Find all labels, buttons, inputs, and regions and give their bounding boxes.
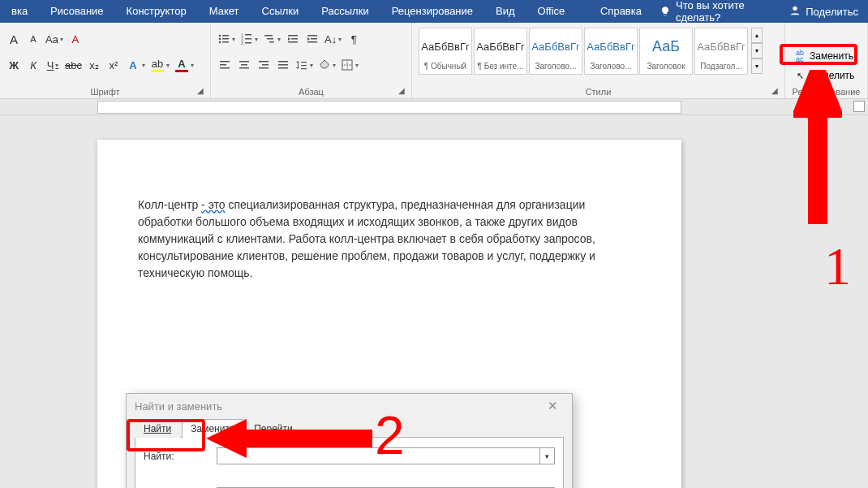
styles-group-label: Стили (412, 87, 784, 97)
ruler-toggle[interactable] (853, 101, 865, 112)
tell-me-box[interactable]: Что вы хотите сделать? (653, 0, 779, 24)
dialog-tabs: Найти Заменить Перейти (127, 418, 572, 437)
styles-scroll-up[interactable]: ▴ (751, 28, 763, 43)
font-size-shrink[interactable]: A (24, 30, 42, 48)
highlight-button[interactable]: ab (148, 56, 171, 74)
font-color-button[interactable]: A (173, 56, 196, 74)
svg-rect-4 (222, 38, 229, 40)
document-text[interactable]: Колл-центр - это специализированная стру… (97, 140, 681, 282)
italic-button[interactable]: К (24, 56, 42, 74)
find-input[interactable] (217, 448, 539, 464)
tab-help[interactable]: Справка (589, 0, 653, 23)
justify-button[interactable] (274, 56, 292, 74)
increase-indent-button[interactable] (303, 30, 321, 48)
style-title[interactable]: АаБ Заголовок (639, 28, 693, 75)
editing-group: 🔍 Найти abac Заменить ↖ Выделить Редакти… (785, 23, 868, 98)
select-icon: ↖ (793, 69, 806, 82)
strikethrough-button[interactable]: abc (63, 56, 84, 74)
styles-dialog-launcher[interactable]: ◢ (771, 86, 781, 96)
shading-button[interactable] (316, 56, 337, 74)
font-dialog-launcher[interactable]: ◢ (197, 86, 207, 96)
svg-rect-28 (259, 61, 269, 63)
tab-insert-partial[interactable]: вка (0, 0, 39, 23)
align-center-button[interactable] (235, 56, 253, 74)
svg-rect-29 (262, 64, 269, 66)
svg-rect-36 (301, 65, 307, 66)
underline-button[interactable]: Ч (44, 56, 62, 74)
replace-button[interactable]: abac Заменить (790, 47, 862, 65)
dialog-body: Найти: ▾ Заменить на: ▾ (135, 437, 564, 488)
line-spacing-button[interactable] (294, 56, 315, 74)
svg-rect-24 (220, 67, 230, 69)
svg-rect-25 (239, 61, 249, 63)
borders-button[interactable] (339, 56, 360, 74)
style-no-spacing[interactable]: АаБбВвГг ¶ Без инте... (474, 28, 527, 75)
change-case[interactable]: Aa (44, 30, 65, 48)
tab-mailings[interactable]: Рассылки (310, 0, 380, 23)
styles-group: АаБбВвГг ¶ Обычный АаБбВвГг ¶ Без инте..… (412, 23, 785, 98)
find-dropdown[interactable]: ▾ (539, 448, 554, 464)
style-heading2[interactable]: АаБбВвГг Заголово... (584, 28, 638, 75)
svg-rect-17 (291, 38, 298, 40)
dialog-tab-replace[interactable]: Заменить (182, 419, 243, 438)
find-label: Найти: (144, 451, 217, 462)
find-replace-dialog: Найти и заменить ✕ Найти Заменить Перейт… (126, 393, 573, 488)
ribbon-tabs-bar: вка Рисование Конструктор Макет Ссылки Р… (0, 0, 868, 23)
replace-icon: abac (793, 50, 806, 63)
svg-rect-21 (307, 41, 317, 43)
styles-expand[interactable]: ▾ (751, 58, 763, 74)
font-group-label: Шрифт (0, 87, 210, 97)
font-group: A A Aa A Ж К Ч abc x₂ x² A ab A Шрифт ◢ (0, 23, 211, 98)
multilevel-list-button[interactable] (261, 30, 282, 48)
share-button[interactable]: Поделитьс (779, 4, 868, 19)
style-normal[interactable]: АаБбВвГг ¶ Обычный (419, 28, 472, 75)
tab-design[interactable]: Конструктор (115, 0, 198, 23)
sort-button[interactable]: A↓ (323, 30, 343, 48)
text-effects-button[interactable]: A (124, 56, 147, 74)
align-left-button[interactable] (216, 56, 234, 74)
font-size-grow[interactable]: A (5, 30, 23, 48)
dialog-tab-goto[interactable]: Перейти (245, 419, 302, 438)
select-button[interactable]: ↖ Выделить (790, 67, 862, 84)
paragraph-dialog-launcher[interactable]: ◢ (398, 86, 408, 96)
svg-rect-19 (307, 35, 317, 37)
decrease-indent-button[interactable] (284, 30, 302, 48)
svg-rect-13 (264, 35, 273, 37)
tab-layout[interactable]: Макет (198, 0, 251, 23)
paragraph-group: 123 A↓ ¶ (211, 23, 412, 98)
subscript-button[interactable]: x₂ (85, 56, 103, 74)
style-heading1[interactable]: АаБбВвГг Заголово... (529, 28, 582, 75)
tab-references[interactable]: Ссылки (251, 0, 311, 23)
horizontal-ruler[interactable] (97, 101, 681, 114)
svg-rect-2 (222, 35, 229, 37)
styles-scroll-down[interactable]: ▾ (751, 43, 763, 58)
editing-group-label: Редактирование (785, 87, 867, 97)
svg-point-5 (219, 41, 221, 44)
styles-scroll: ▴ ▾ ▾ (751, 28, 763, 75)
svg-rect-8 (245, 34, 251, 36)
svg-rect-23 (220, 64, 226, 66)
tab-draw[interactable]: Рисование (39, 0, 114, 23)
svg-rect-33 (278, 67, 288, 69)
dialog-close-button[interactable]: ✕ (541, 397, 564, 415)
align-right-button[interactable] (255, 56, 273, 74)
show-marks-button[interactable]: ¶ (345, 30, 363, 48)
svg-rect-27 (239, 67, 249, 69)
clear-formatting[interactable]: A (67, 30, 84, 48)
paragraph-group-label: Абзац (211, 87, 411, 97)
dialog-tab-find[interactable]: Найти (135, 419, 180, 438)
bullets-button[interactable] (216, 30, 237, 48)
tell-me-label: Что вы хотите сделать? (676, 0, 772, 24)
numbering-button[interactable]: 123 (238, 30, 260, 48)
ruler-area (0, 99, 868, 115)
svg-point-3 (219, 38, 221, 41)
superscript-button[interactable]: x² (105, 56, 122, 74)
bold-button[interactable]: Ж (5, 56, 23, 74)
tab-review[interactable]: Рецензирование (380, 0, 484, 23)
dialog-titlebar[interactable]: Найти и заменить ✕ (127, 394, 572, 418)
tab-office-tab[interactable]: Office Tab (526, 0, 589, 23)
style-subtitle[interactable]: АаБбВвГг Подзагол... (694, 28, 748, 75)
svg-rect-14 (267, 38, 273, 40)
ribbon-toolbar: A A Aa A Ж К Ч abc x₂ x² A ab A Шрифт ◢ (0, 23, 868, 99)
tab-view[interactable]: Вид (484, 0, 526, 23)
